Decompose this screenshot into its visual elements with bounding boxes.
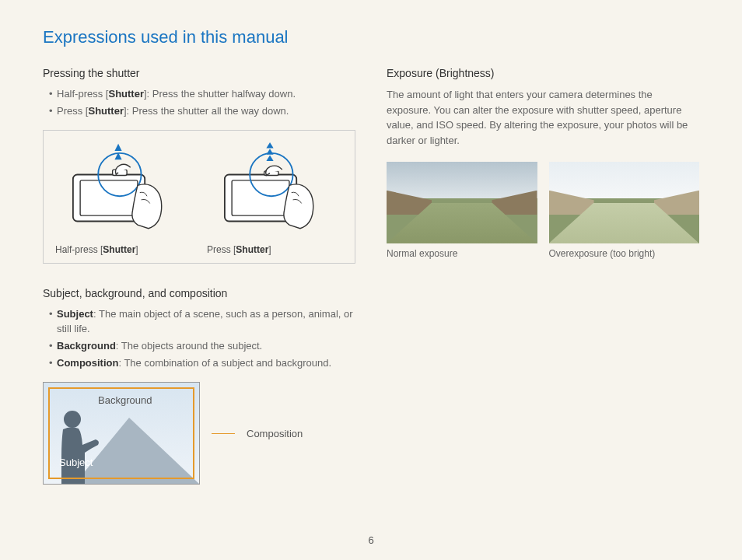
subject-label: Subject <box>59 457 93 468</box>
camera-half-press-icon <box>55 142 191 236</box>
manual-page: Expressions used in this manual Pressing… <box>0 0 742 560</box>
exposure-examples-row: Normal exposure Overexposure (too bright… <box>387 162 699 259</box>
content-columns: Pressing the shutter Half-press [Shutter… <box>43 67 699 485</box>
list-item: Subject: The main object of a scene, suc… <box>49 307 355 335</box>
overexposure-item: Overexposure (too bright) <box>549 162 700 259</box>
svg-marker-0 <box>114 144 121 151</box>
svg-marker-6 <box>266 142 273 148</box>
left-column: Pressing the shutter Half-press [Shutter… <box>43 67 355 485</box>
heading-subject-background: Subject, background, and composition <box>43 287 355 299</box>
composition-list: Subject: The main object of a scene, suc… <box>43 307 355 370</box>
page-title: Expressions used in this manual <box>43 27 699 47</box>
list-item: Background: The objects around the subje… <box>49 339 355 353</box>
normal-exposure-item: Normal exposure <box>387 162 537 259</box>
svg-marker-8 <box>266 156 273 161</box>
svg-rect-10 <box>232 180 289 215</box>
full-press-caption: Press [Shutter] <box>207 244 343 255</box>
page-number: 6 <box>0 534 742 546</box>
composition-diagram: Background Subject <box>43 382 200 485</box>
list-item: Press [Shutter]: Press the shutter all t… <box>49 104 355 118</box>
overexposure-caption: Overexposure (too bright) <box>549 248 700 259</box>
list-item: Composition: The combination of a subjec… <box>49 356 355 370</box>
background-label: Background <box>98 394 152 406</box>
normal-exposure-photo <box>387 162 537 243</box>
svg-rect-3 <box>80 180 138 215</box>
shutter-diagram-box: Half-press [Shutter] <box>43 130 355 264</box>
shutter-list: Half-press [Shutter]: Press the shutter … <box>43 87 355 118</box>
composition-diagram-row: Background Subject Composition <box>43 382 355 485</box>
right-column: Exposure (Brightness) The amount of ligh… <box>387 67 699 485</box>
camera-full-press-icon <box>207 142 343 236</box>
overexposure-photo <box>549 162 700 243</box>
composition-connector-line <box>212 433 235 434</box>
composition-label: Composition <box>247 428 303 439</box>
exposure-description: The amount of light that enters your cam… <box>387 87 699 148</box>
full-press-diagram: Press [Shutter] <box>207 142 343 255</box>
list-item: Half-press [Shutter]: Press the shutter … <box>49 87 355 101</box>
half-press-diagram: Half-press [Shutter] <box>55 142 191 255</box>
half-press-caption: Half-press [Shutter] <box>55 244 191 255</box>
normal-exposure-caption: Normal exposure <box>387 248 537 259</box>
heading-exposure: Exposure (Brightness) <box>387 67 699 79</box>
heading-pressing-shutter: Pressing the shutter <box>43 67 355 79</box>
